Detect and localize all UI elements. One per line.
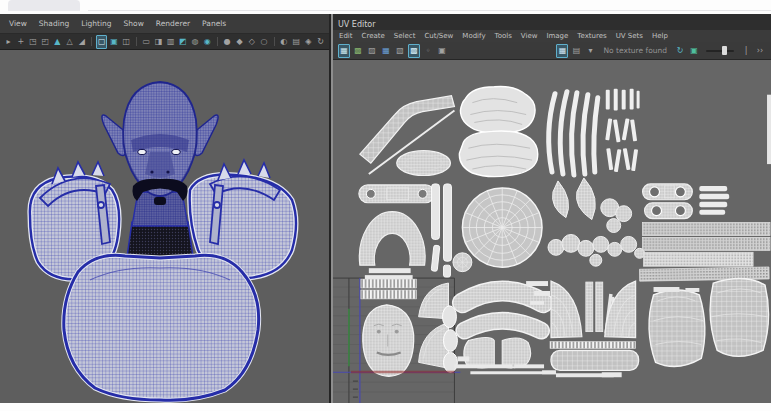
texture-borders-icon[interactable]: ▩	[408, 44, 420, 58]
uv-shell-cluster[interactable]	[548, 234, 645, 266]
uv-menu-item[interactable]: Modify	[462, 32, 485, 40]
shaded-uv-icon[interactable]: ▨	[366, 44, 378, 58]
update-psd-icon[interactable]: ▣	[688, 44, 700, 58]
uv-menu-item[interactable]: Image	[546, 32, 568, 40]
film-gate-icon[interactable]: ◇	[246, 35, 257, 49]
maya-window: ViewShadingLightingShowRendererPanels ▸+…	[0, 0, 771, 411]
wireframe-display-icon[interactable]: ▭	[141, 35, 152, 49]
textured-display-icon[interactable]: ▥	[165, 35, 176, 49]
uv-shell-stitch-dashes[interactable]	[605, 89, 639, 172]
grid-display-icon[interactable]: ◆	[234, 35, 245, 49]
uv-shell-collar-band-2[interactable]	[464, 321, 541, 331]
uv-shell-holed-capsule-1[interactable]	[643, 184, 693, 200]
uv-menu-item[interactable]: UV Sets	[616, 32, 643, 40]
baked-texture-icon[interactable]: |	[740, 44, 752, 58]
snap-point-icon[interactable]: ◢	[76, 35, 87, 49]
view-grid-icon[interactable]: ▣	[436, 44, 448, 58]
grid-snap-icon[interactable]: ▦	[380, 44, 392, 58]
uv-toolbar-right-cluster: ▦▤▾ No texture found ↻▣ |››	[556, 44, 766, 58]
four-pane-layout-icon[interactable]: ▣	[108, 35, 119, 49]
uv-shell-left-fan[interactable]	[551, 281, 582, 338]
uv-shell-grid-plate[interactable]	[551, 350, 639, 377]
move-tool-icon[interactable]: +	[15, 35, 26, 49]
texture-dropdown-arrow-icon[interactable]: ▾	[584, 44, 596, 58]
uv-shell-holed-capsule-2[interactable]	[645, 203, 693, 219]
uv-shell-grid-oval[interactable]	[397, 151, 451, 176]
texture-status-text: No texture found	[603, 46, 667, 55]
refresh-textures-icon[interactable]: ↻	[674, 44, 686, 58]
uv-shell-leaf-shells[interactable]	[553, 178, 632, 233]
texture-dim-slider-handle[interactable]	[722, 46, 727, 55]
viewport-menu-item[interactable]: Shading	[39, 19, 69, 28]
safe-title-icon[interactable]: ◈	[303, 35, 314, 49]
scale-tool-icon[interactable]: ◰	[40, 35, 51, 49]
viewport-menu-item[interactable]: Renderer	[156, 19, 190, 28]
snap-grid-icon[interactable]: ▲	[52, 35, 63, 49]
toolbar-separator	[136, 37, 137, 46]
uv-shell-wedge-pair[interactable]	[464, 338, 531, 368]
uv-shell-curved-strips[interactable]	[549, 92, 598, 175]
lighting-display-icon[interactable]: ◩	[177, 35, 188, 49]
uv-shell-blob-pair[interactable]	[459, 86, 537, 176]
uv-menu-item[interactable]: Edit	[339, 32, 353, 40]
viewport-menu-item[interactable]: Lighting	[81, 19, 111, 28]
uv-shell-oval-column[interactable]	[443, 306, 458, 372]
texture-list-icon[interactable]: ▤	[570, 44, 582, 58]
pixel-snap-icon[interactable]: ▧	[394, 44, 406, 58]
viewport-menu-item[interactable]: Show	[124, 19, 144, 28]
perspective-panel: ViewShadingLightingShowRendererPanels ▸+…	[0, 14, 329, 403]
uv-menu-item[interactable]: Create	[362, 32, 385, 40]
split-pane-layout-icon[interactable]: ◫	[121, 35, 132, 49]
dim-image-icon[interactable]: ◦	[422, 44, 434, 58]
uv-shell-ring-arch[interactable]	[359, 212, 425, 280]
uv-shell-leg-strips[interactable]	[431, 184, 451, 277]
refresh-view-icon[interactable]: ↻	[315, 35, 326, 49]
uv-shell-texture-bands[interactable]	[640, 223, 770, 282]
xray-display-icon[interactable]: ◍	[189, 35, 200, 49]
field-chart-icon[interactable]: ●	[222, 35, 233, 49]
uv-menu-item[interactable]: Help	[652, 32, 668, 40]
viewport-toolbar: ▸+◳◰▲△◢▢▣◫▭◨▥◩◍◉●◆◇○◐▤◈↻	[0, 34, 329, 50]
expand-panel-icon[interactable]: ››	[754, 44, 766, 58]
uv-shell-edge-sliver[interactable]	[767, 95, 771, 164]
orc-model-wireframe	[0, 50, 329, 403]
uv-editor-title: UV Editor	[338, 20, 376, 29]
rotate-tool-icon[interactable]: ◳	[27, 35, 38, 49]
uv-shell-end-capsule[interactable]	[359, 185, 435, 203]
uv-shell-small-polar[interactable]	[453, 253, 472, 272]
shaded-display-icon[interactable]: ◨	[153, 35, 164, 49]
uv-shell-right-fan[interactable]	[605, 281, 636, 338]
uv-shell-polar-cap[interactable]	[462, 188, 542, 267]
uv-shell-large-fan[interactable]	[710, 279, 768, 357]
uv-shell-rounded[interactable]	[649, 287, 705, 366]
uv-canvas[interactable]	[333, 60, 771, 403]
slider-track	[706, 50, 734, 52]
uv-distortion-icon[interactable]: ▦	[338, 44, 350, 58]
checker-map-icon[interactable]: ▩	[352, 44, 364, 58]
viewport-menu-item[interactable]: View	[9, 19, 27, 28]
uv-menu-item[interactable]: Cut/Sew	[424, 32, 453, 40]
image-dim-slider[interactable]	[706, 46, 734, 55]
select-cursor-icon[interactable]: ▸	[3, 35, 14, 49]
uv-shell-striped-strip[interactable]	[550, 342, 636, 349]
uv-shell-striped-block[interactable]	[361, 279, 417, 299]
isolate-select-icon[interactable]: ◉	[202, 35, 213, 49]
resolution-gate-icon[interactable]: ○	[258, 35, 269, 49]
texture-display-group: ▦▤▾	[556, 44, 596, 58]
uv-menu-item[interactable]: Textures	[577, 32, 606, 40]
perspective-viewport[interactable]	[0, 50, 329, 403]
browser-tab[interactable]	[8, 0, 80, 11]
single-pane-layout-icon[interactable]: ▢	[96, 35, 107, 49]
uv-editor-menubar: EditCreateSelectCut/SewModifyToolsViewIm…	[333, 30, 771, 42]
snap-curve-icon[interactable]: △	[64, 35, 75, 49]
uv-shell-bar-stack[interactable]	[699, 186, 729, 215]
gate-mask-icon[interactable]: ◐	[278, 35, 289, 49]
viewport-menu-item[interactable]: Panels	[202, 19, 226, 28]
uv-shell-face[interactable]	[363, 305, 414, 376]
uv-menu-item[interactable]: View	[521, 32, 538, 40]
model-breastplate	[64, 255, 259, 400]
uv-menu-item[interactable]: Tools	[495, 32, 512, 40]
safe-action-icon[interactable]: ▤	[291, 35, 302, 49]
texture-display-icon[interactable]: ▦	[556, 44, 568, 58]
uv-menu-item[interactable]: Select	[394, 32, 416, 40]
